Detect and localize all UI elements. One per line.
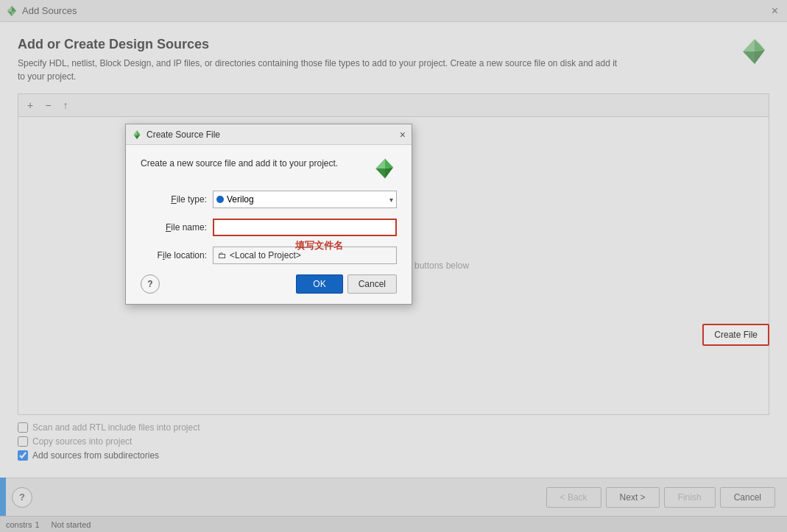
file-location-value: <Local to Project> xyxy=(230,250,301,260)
dialog-desc-row: Create a new source file and add it to y… xyxy=(141,157,397,180)
dialog-body: Create a new source file and add it to y… xyxy=(126,145,412,274)
dialog-help-button[interactable]: ? xyxy=(141,274,160,294)
dialog-vivado-logo xyxy=(373,157,397,180)
file-location-label: File location: xyxy=(141,250,207,260)
select-dot xyxy=(216,196,224,203)
file-type-value: Verilog xyxy=(227,194,254,205)
file-type-row: File type: Verilog ▾ xyxy=(141,191,397,208)
file-name-row: File name: xyxy=(141,219,397,236)
main-window: Add Sources × Add or Create Design Sourc… xyxy=(0,0,787,532)
folder-icon: 🗀 xyxy=(218,250,227,260)
file-name-label: File name: xyxy=(141,222,207,233)
dialog-btn-group: OK Cancel xyxy=(296,274,397,294)
svg-marker-14 xyxy=(134,135,137,139)
create-file-btn-area: Create File xyxy=(702,324,769,346)
file-type-label: File type: xyxy=(141,194,207,205)
svg-marker-13 xyxy=(137,135,140,139)
file-type-select[interactable]: Verilog ▾ xyxy=(213,191,397,208)
dialog-ok-button[interactable]: OK xyxy=(296,274,342,294)
dialog-buttons: ? OK Cancel xyxy=(126,274,412,304)
dialog-titlebar-left: Create Source File xyxy=(132,130,220,140)
dialog-close-button[interactable]: × xyxy=(400,129,406,141)
dialog-titlebar: Create Source File × xyxy=(126,124,412,145)
svg-marker-16 xyxy=(385,158,393,169)
select-left: Verilog xyxy=(216,194,254,205)
svg-marker-15 xyxy=(134,130,137,135)
svg-marker-18 xyxy=(375,169,385,179)
file-name-input[interactable] xyxy=(213,219,397,236)
chevron-down-icon: ▾ xyxy=(389,196,393,204)
svg-marker-12 xyxy=(137,130,140,135)
annotation-text: 填写文件名 xyxy=(295,239,343,252)
create-file-button[interactable]: Create File xyxy=(702,324,769,346)
dialog-vivado-icon xyxy=(132,130,142,140)
dialog-title: Create Source File xyxy=(147,130,220,140)
dialog-cancel-button[interactable]: Cancel xyxy=(347,274,397,294)
create-source-dialog: Create Source File × Create a new source… xyxy=(125,124,412,305)
svg-marker-17 xyxy=(385,167,393,178)
file-location-row: File location: 🗀 <Local to Project> xyxy=(141,247,397,264)
dialog-description: Create a new source file and add it to y… xyxy=(141,157,373,170)
svg-marker-19 xyxy=(375,158,385,169)
